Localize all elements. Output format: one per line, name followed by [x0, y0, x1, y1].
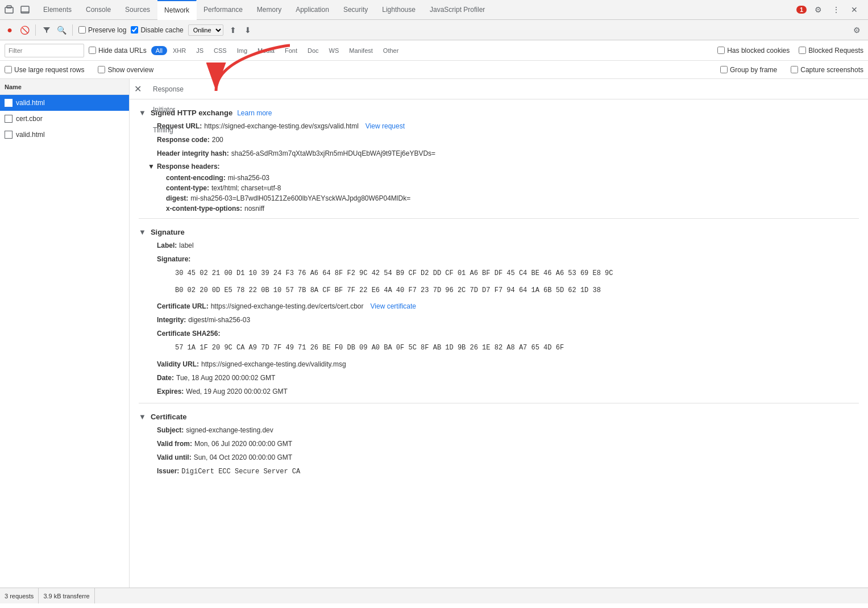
- capture-screenshots-checkbox[interactable]: Capture screenshots: [791, 66, 863, 74]
- sub-tab-timing[interactable]: Timing: [146, 120, 190, 140]
- file-item[interactable]: valid.html: [0, 127, 129, 143]
- sig-label-row: Label: label: [148, 239, 859, 252]
- filter-chip-js[interactable]: JS: [192, 46, 208, 55]
- filter-chip-css[interactable]: CSS: [209, 46, 231, 55]
- file-item-icon: [5, 131, 13, 139]
- show-overview-checkbox[interactable]: Show overview: [98, 66, 153, 74]
- preview-content: ▼ Signed HTTP exchange Learn more Reques…: [130, 99, 868, 483]
- upload-icon[interactable]: ⬆: [228, 25, 238, 35]
- response-code-value: 200: [212, 135, 223, 145]
- tab-performance[interactable]: Performance: [197, 0, 250, 20]
- tab-sources[interactable]: Sources: [118, 0, 157, 20]
- cert-url-value: https://signed-exchange-testing.dev/cert…: [211, 301, 364, 311]
- validity-url-label: Validity URL:: [157, 359, 199, 369]
- tab-lighthouse[interactable]: Lighthouse: [375, 0, 423, 20]
- search-icon[interactable]: 🔍: [56, 25, 67, 35]
- integrity-row: Integrity: digest/mi-sha256-03: [148, 313, 859, 327]
- options-row: Use large request rows Show overview Gro…: [0, 61, 868, 79]
- hide-data-urls-checkbox[interactable]: Hide data URLs: [89, 47, 147, 55]
- filter-chip-font[interactable]: Font: [280, 46, 302, 55]
- sxg-toggle[interactable]: ▼: [139, 109, 146, 117]
- file-item-name: valid.html: [16, 99, 45, 107]
- cert-valid-until-row: Valid until: Sun, 04 Oct 2020 00:00:00 G…: [148, 451, 859, 464]
- more-tools-icon[interactable]: ⋮: [829, 3, 843, 16]
- cert-toggle[interactable]: ▼: [139, 413, 146, 421]
- filter-chip-all[interactable]: All: [151, 46, 167, 55]
- file-item[interactable]: valid.html: [0, 95, 129, 111]
- tab-security[interactable]: Security: [337, 0, 375, 20]
- view-request-link[interactable]: View request: [366, 121, 405, 131]
- tab-memory[interactable]: Memory: [250, 0, 289, 20]
- close-devtools-icon[interactable]: ✕: [848, 3, 861, 16]
- header-integrity-value: sha256-aSdRm3m7qXtaWb3xjRn5mHDUqEbWAj9t9…: [231, 148, 435, 159]
- cert-valid-until-label: Valid until:: [157, 452, 192, 463]
- detail-panel: ✕ HeadersPreviewResponseInitiatorTiming …: [130, 79, 868, 588]
- response-headers-toggle[interactable]: ▼: [148, 163, 155, 170]
- toolbar-sep-2: [72, 24, 73, 36]
- response-header-name: digest:: [166, 194, 188, 202]
- cert-issuer-label: Issuer:: [157, 466, 179, 476]
- throttle-select[interactable]: Online: [188, 24, 223, 36]
- sig-fields: Label: label Signature: 30 45 02 21 00 D…: [139, 239, 859, 398]
- dock-icon[interactable]: [18, 3, 32, 16]
- learn-more-link[interactable]: Learn more: [237, 109, 272, 117]
- response-header-name: content-type:: [166, 184, 209, 192]
- cert-url-label: Certificate URL:: [157, 301, 209, 311]
- options-right: Group by frame Capture screenshots: [720, 66, 863, 74]
- cert-subject-label: Subject:: [157, 425, 184, 435]
- settings-icon[interactable]: ⚙: [811, 3, 825, 16]
- filter-chip-other[interactable]: Other: [379, 46, 404, 55]
- signed-http-exchange-header: ▼ Signed HTTP exchange Learn more: [139, 104, 859, 119]
- filter-input[interactable]: [5, 44, 84, 57]
- requests-count: 3 requests: [5, 588, 39, 603]
- response-code-row: Response code: 200: [148, 133, 859, 147]
- network-settings-icon[interactable]: ⚙: [850, 23, 863, 37]
- sig-label-value: label: [179, 240, 193, 251]
- record-icon[interactable]: ●: [5, 25, 15, 35]
- filter-chip-manifest[interactable]: Manifest: [344, 46, 377, 55]
- tab-elements[interactable]: Elements: [36, 0, 79, 20]
- filter-chip-xhr[interactable]: XHR: [168, 46, 190, 55]
- filter-chip-media[interactable]: Media: [253, 46, 279, 55]
- sub-tab-initiator[interactable]: Initiator: [146, 99, 190, 120]
- tab-console[interactable]: Console: [79, 0, 118, 20]
- large-request-rows-checkbox[interactable]: Use large request rows: [5, 66, 84, 74]
- view-certificate-link[interactable]: View certificate: [371, 301, 416, 311]
- close-detail-icon[interactable]: ✕: [134, 84, 142, 94]
- expires-value: Wed, 19 Aug 2020 00:00:02 GMT: [186, 386, 288, 397]
- blocked-requests-checkbox[interactable]: Blocked Requests: [799, 47, 863, 55]
- divider-2: [139, 403, 859, 403]
- expires-row: Expires: Wed, 19 Aug 2020 00:00:02 GMT: [148, 385, 859, 398]
- tab-network[interactable]: Network: [157, 0, 197, 20]
- disable-cache-checkbox[interactable]: Disable cache: [131, 26, 183, 34]
- date-label: Date:: [157, 373, 174, 383]
- response-headers-header: ▼ Response headers:: [148, 160, 859, 173]
- filter-chip-img[interactable]: Img: [232, 46, 252, 55]
- filter-icon[interactable]: [41, 25, 52, 35]
- sub-tabs: HeadersPreviewResponseInitiatorTiming: [146, 79, 190, 140]
- filter-bar: Hide data URLs AllXHRJSCSSImgMediaFontDo…: [0, 40, 868, 61]
- date-value: Tue, 18 Aug 2020 00:00:02 GMT: [176, 373, 275, 383]
- cert-subject-row: Subject: signed-exchange-testing.dev: [148, 423, 859, 437]
- response-header-name: content-encoding:: [166, 174, 226, 182]
- cert-subject-value: signed-exchange-testing.dev: [186, 425, 273, 435]
- sig-toggle[interactable]: ▼: [139, 228, 146, 236]
- sub-tab-response[interactable]: Response: [146, 79, 190, 99]
- clear-icon[interactable]: 🚫: [19, 25, 30, 35]
- undock-icon[interactable]: [2, 3, 16, 16]
- filter-chip-ws[interactable]: WS: [325, 46, 344, 55]
- svg-rect-1: [7, 6, 11, 8]
- file-item-name: cert.cbor: [16, 115, 43, 123]
- has-blocked-cookies-checkbox[interactable]: Has blocked cookies: [717, 47, 790, 55]
- filter-chip-doc[interactable]: Doc: [303, 46, 323, 55]
- download-icon[interactable]: ⬇: [243, 25, 253, 35]
- preserve-log-checkbox[interactable]: Preserve log: [78, 26, 126, 34]
- group-by-frame-checkbox[interactable]: Group by frame: [720, 66, 777, 74]
- tab-application[interactable]: Application: [289, 0, 337, 20]
- response-header-value: mi-sha256-03: [228, 174, 269, 182]
- tab-js-profiler[interactable]: JavaScript Profiler: [423, 0, 492, 20]
- file-item[interactable]: cert.cbor: [0, 111, 129, 127]
- sig-label-label: Label:: [157, 240, 177, 251]
- response-header-value: text/html; charset=utf-8: [211, 184, 281, 192]
- tab-bar: Elements Console Sources Network Perform…: [0, 0, 868, 20]
